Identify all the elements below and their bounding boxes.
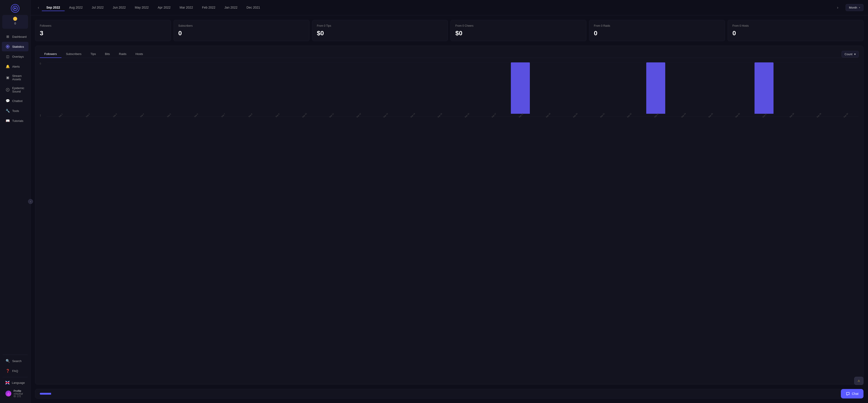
timeline-prev-button[interactable]: ‹: [35, 5, 42, 10]
bar-label: Sep 15: [437, 113, 442, 118]
sidebar-item-label: Chatbot: [12, 99, 23, 103]
timeline-month-aug2022[interactable]: Aug 2022: [65, 4, 87, 11]
chart-tab-followers[interactable]: Followers: [40, 51, 61, 58]
sidebar-item-label: Epidemic Sound: [12, 86, 25, 93]
sidebar-item-search[interactable]: 🔍 Search: [2, 356, 29, 366]
stat-value: $0: [455, 30, 582, 37]
bar-label: Sep 1: [58, 113, 63, 118]
bar-slot: Sep 27: [750, 62, 778, 117]
bar-label: Sep 4: [140, 113, 145, 118]
stat-card-cheers: From 0 Cheers $0: [451, 20, 586, 41]
bar-slot: Sep 5: [155, 62, 182, 117]
bar: [511, 62, 530, 114]
stat-card-hosts: From 0 Hosts 0: [727, 20, 864, 41]
chart-tab-subscribers[interactable]: Subscribers: [61, 51, 86, 58]
sidebar-item-alerts[interactable]: 🔔 Alerts: [2, 62, 29, 71]
timeline-month-apr2022[interactable]: Apr 2022: [153, 4, 175, 11]
epidemic-sound-icon: [5, 88, 10, 92]
warning-badge[interactable]: ⚠: [854, 377, 864, 385]
chart-tab-bits[interactable]: Bits: [100, 51, 114, 58]
profile-id: ID: 172: [13, 395, 23, 398]
timeline-month-jul2022[interactable]: Jul 2022: [87, 4, 108, 11]
bar-label: Sep 22: [627, 113, 632, 118]
chart-tab-hosts[interactable]: Hosts: [131, 51, 147, 58]
timeline-month-feb2022[interactable]: Feb 2022: [197, 4, 220, 11]
stat-card-subscribers: Subscribers 0: [174, 20, 309, 41]
sidebar-item-epidemic-sound[interactable]: Epidemic Sound: [2, 84, 29, 96]
sidebar-item-label: Alerts: [12, 65, 20, 68]
status-indicator: [13, 17, 17, 21]
chat-button[interactable]: Chat: [841, 389, 864, 399]
language-selector[interactable]: Language: [2, 379, 29, 387]
stat-value: 0: [178, 30, 305, 37]
period-selector-label: Month: [849, 6, 857, 9]
sidebar-item-stream-assets[interactable]: ▣ Stream Assets: [2, 72, 29, 83]
sidebar-item-chatbot[interactable]: 💬 Chatbot: [2, 96, 29, 106]
sidebar-item-overlays[interactable]: ◫ Overlays: [2, 52, 29, 61]
chat-bubble-icon: [846, 392, 850, 396]
bar-label: Sep 14: [410, 113, 415, 118]
sidebar-collapse-button[interactable]: ‹: [28, 199, 33, 204]
period-selector[interactable]: Month ▾: [846, 4, 864, 11]
timeline-next-button[interactable]: ›: [834, 5, 841, 10]
bar-label: Sep 30: [843, 113, 848, 118]
timeline-month-jun2022[interactable]: Jun 2022: [108, 4, 130, 11]
bar-slot: Sep 20: [561, 62, 588, 117]
timeline-month-jan2022[interactable]: Jan 2022: [220, 4, 242, 11]
svg-point-8: [7, 89, 8, 90]
sidebar-item-tools[interactable]: 🔧 Tools: [2, 106, 29, 116]
stat-value: $0: [317, 30, 443, 37]
timeline-bar: ‹ Sep 2022 Aug 2022 Jul 2022 Jun 2022 Ma…: [31, 0, 868, 16]
bar-slot: Sep 7: [209, 62, 236, 117]
bar-label: Sep 11: [329, 113, 334, 118]
chevron-down-icon: ▾: [854, 53, 856, 56]
bar-label: Sep 10: [302, 113, 307, 118]
warning-icon: ⚠: [858, 379, 860, 382]
timeline-months: Sep 2022 Aug 2022 Jul 2022 Jun 2022 May …: [42, 4, 834, 11]
bar-slot: Sep 26: [723, 62, 750, 117]
bar-slot: Sep 18: [507, 62, 534, 117]
bar-slot: Sep 12: [344, 62, 371, 117]
chatbot-icon: 💬: [5, 98, 10, 103]
bar-slot: Sep 8: [236, 62, 263, 117]
sidebar-item-label: Tutorials: [12, 119, 23, 122]
bar-label: Sep 5: [167, 113, 172, 118]
stat-label: From 0 Tips: [317, 24, 443, 27]
timeline-month-mar2022[interactable]: Mar 2022: [175, 4, 197, 11]
chat-button-label: Chat: [852, 392, 859, 396]
stat-label: Subscribers: [178, 24, 305, 27]
sidebar-item-label: Overlays: [12, 55, 24, 58]
bar-slot: Sep 23: [642, 62, 669, 117]
sidebar-item-statistics[interactable]: Statistics: [2, 42, 29, 51]
timeline-month-sep2022[interactable]: Sep 2022: [42, 4, 65, 11]
sidebar-item-faq[interactable]: ❓ FAQ: [2, 366, 29, 376]
tools-icon: 🔧: [5, 109, 10, 113]
svg-marker-9: [7, 392, 10, 395]
timeline-month-may2022[interactable]: May 2022: [130, 4, 153, 11]
sidebar-item-label: Search: [12, 359, 22, 363]
count-selector[interactable]: Count ▾: [842, 51, 859, 57]
bar-slot: Sep 10: [290, 62, 317, 117]
chart-section: Followers Subscribers Tips Bits Raids Ho…: [35, 46, 864, 384]
stat-label: From 0 Cheers: [455, 24, 582, 27]
chart-tab-tips[interactable]: Tips: [86, 51, 100, 58]
bar-label: Sep 28: [789, 113, 795, 118]
stat-card-raids: From 0 Raids 0: [589, 20, 725, 41]
profile-section[interactable]: Profile v54a35af ID: 172: [2, 387, 29, 400]
bar-slot: Sep 24: [669, 62, 696, 117]
sidebar-item-tutorials[interactable]: 📖 Tutorials: [2, 116, 29, 125]
profile-name: Profile: [13, 390, 23, 393]
divider: [3, 354, 28, 355]
sidebar-item-label: Dashboard: [12, 35, 27, 38]
sidebar: 0 ⊞ Dashboard Statistics ◫ Overlays: [0, 0, 31, 403]
stat-card-tips: From 0 Tips $0: [312, 20, 448, 41]
stat-card-followers: Followers 3: [35, 20, 171, 41]
language-flag: [5, 381, 9, 384]
sidebar-item-dashboard[interactable]: ⊞ Dashboard: [2, 32, 29, 41]
divider: [3, 377, 28, 377]
bar-label: Sep 26: [735, 113, 740, 118]
main-content: ‹ Sep 2022 Aug 2022 Jul 2022 Jun 2022 Ma…: [31, 0, 868, 403]
chart-tab-raids[interactable]: Raids: [114, 51, 131, 58]
timeline-month-dec2021[interactable]: Dec 2021: [242, 4, 265, 11]
bar-label: Sep 24: [681, 113, 686, 118]
